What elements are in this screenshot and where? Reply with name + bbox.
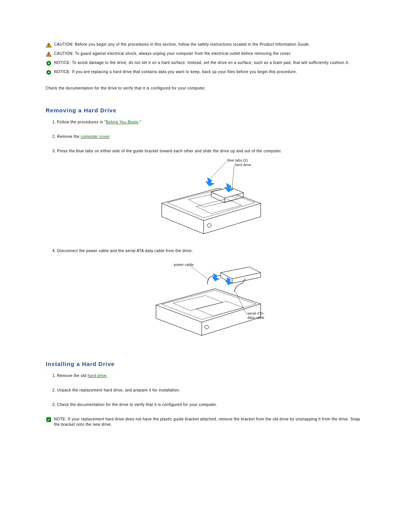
notice-body-1: To avoid damage to the drive, do not set… xyxy=(72,61,349,65)
figure-disconnect-cables: power cable serial ATA data cable xyxy=(57,257,365,345)
notice-circle-icon xyxy=(46,70,52,75)
caution-triangle-icon xyxy=(46,42,52,48)
install-step3-text: Check the documentation for the drive to… xyxy=(57,403,217,407)
caution-lead-2: CAUTION: xyxy=(54,51,74,56)
step2-text-b: . xyxy=(110,134,111,139)
link-hard-drive[interactable]: hard drive xyxy=(88,374,106,378)
svg-rect-1 xyxy=(48,44,49,46)
heading-removing-hard-drive: Removing a Hard Drive xyxy=(46,107,365,113)
removing-step-3: Press the blue tabs on either side of th… xyxy=(57,149,365,239)
caution-lead-1: CAUTION: xyxy=(54,42,74,46)
notice-text-1: NOTICE: To avoid damage to the drive, do… xyxy=(54,60,365,66)
caution-text-2: CAUTION: To guard against electrical sho… xyxy=(54,51,365,56)
svg-line-10 xyxy=(232,166,234,190)
removing-step-4: Disconnect the power cable and the seria… xyxy=(57,248,365,345)
svg-rect-2 xyxy=(48,46,49,47)
step2-text-a: Remove the xyxy=(57,134,81,139)
svg-rect-4 xyxy=(48,53,49,55)
figure1-label-hard-drive: hard drive xyxy=(235,163,251,167)
svg-line-9 xyxy=(210,161,226,179)
figure-remove-drive: blue tabs (2) hard drive xyxy=(57,158,365,239)
caution-row-1: CAUTION: Before you begin any of the pro… xyxy=(46,42,365,48)
step4-text: Disconnect the power cable and the seria… xyxy=(57,249,193,253)
heading-installing-hard-drive: Installing a Hard Drive xyxy=(46,361,365,367)
figure1-label-blue-tabs: blue tabs (2) xyxy=(227,158,248,162)
note-pencil-icon xyxy=(46,417,52,422)
notice-body-2: If you are replacing a hard drive that c… xyxy=(72,70,297,74)
step3-text: Press the blue tabs on either side of th… xyxy=(57,149,282,153)
install-step1-text-a: Remove the old xyxy=(57,374,88,378)
note-row: NOTE: If your replacement hard drive doe… xyxy=(46,417,365,427)
removing-step-2: Remove the computer cover. xyxy=(57,134,365,139)
caution-row-2: CAUTION: To guard against electrical sho… xyxy=(46,51,365,57)
link-before-you-begin[interactable]: Before You Begin xyxy=(106,120,138,124)
figure2-label-power-cable: power cable xyxy=(174,263,194,267)
step1-text-b: ." xyxy=(139,120,141,124)
notice-circle-icon xyxy=(46,61,52,66)
svg-line-12 xyxy=(190,266,209,280)
figure2-label-data-cable: data cable xyxy=(247,316,264,320)
installing-step-2: Unpack the replacement hard drive, and p… xyxy=(57,388,365,393)
caution-text-1: CAUTION: Before you begin any of the pro… xyxy=(54,42,365,47)
svg-point-8 xyxy=(207,224,211,227)
svg-line-13 xyxy=(235,291,247,315)
removing-steps-list: Follow the procedures in "Before You Beg… xyxy=(57,120,365,345)
caution-body-1a: Before you begin any of the procedures i… xyxy=(75,42,260,46)
note-body: If your replacement hard drive does not … xyxy=(54,417,360,427)
notice-lead-1: NOTICE: xyxy=(54,61,71,65)
svg-point-11 xyxy=(205,325,209,329)
figure2-label-serial-ata: serial ATA xyxy=(247,312,264,315)
document-page: CAUTION: Before you begin any of the pro… xyxy=(0,0,411,532)
caution-body-2: To guard against electrical shock, alway… xyxy=(75,51,292,56)
install-step1-text-b: . xyxy=(107,374,108,378)
notice-row-1: NOTICE: To avoid damage to the drive, do… xyxy=(46,60,365,66)
install-step2-text: Unpack the replacement hard drive, and p… xyxy=(57,388,180,392)
caution-body-1c: . xyxy=(309,42,310,46)
removing-step-1: Follow the procedures in "Before You Beg… xyxy=(57,120,365,125)
svg-rect-5 xyxy=(48,55,49,56)
installing-step-1: Remove the old hard drive. xyxy=(57,373,365,379)
step1-text-a: Follow the procedures in " xyxy=(57,120,106,124)
notice-text-2: NOTICE: If you are replacing a hard driv… xyxy=(54,69,365,75)
caution-triangle-icon xyxy=(46,51,52,57)
installing-step-3: Check the documentation for the drive to… xyxy=(57,402,365,407)
note-text: NOTE: If your replacement hard drive doe… xyxy=(54,417,365,427)
note-lead: NOTE: xyxy=(54,417,67,421)
caution-body-1b: Product Information Guide xyxy=(260,42,309,46)
check-documentation-paragraph: Check the documentation for the drive to… xyxy=(46,86,365,91)
installing-steps-list: Remove the old hard drive. Unpack the re… xyxy=(57,373,365,407)
notice-row-2: NOTICE: If you are replacing a hard driv… xyxy=(46,69,365,75)
link-computer-cover[interactable]: computer cover xyxy=(81,134,109,139)
notice-lead-2: NOTICE: xyxy=(54,70,71,74)
